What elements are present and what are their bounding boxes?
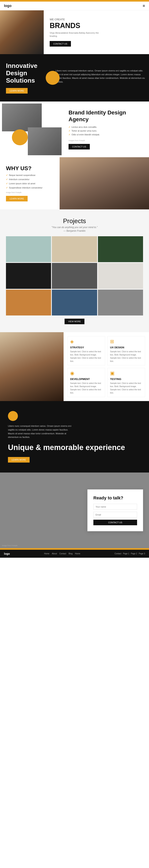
innovative-text: Libero nunc consequat interdum varius. O… [55, 69, 145, 84]
why-right-image [60, 157, 149, 209]
hero-cta-button[interactable]: CONTACT US [50, 41, 71, 46]
brand-check-label-3: Odio ut enim blandit volutpat. [72, 133, 100, 136]
hero-subtitle: Virgo Abracadabra! Aracnada Adelay Aanco… [50, 31, 99, 38]
hamburger-menu-icon[interactable]: ≡ [143, 4, 145, 8]
ready-image-label: Image from Freepik [2, 545, 17, 547]
brand-cta-button[interactable]: CONTACT US [69, 144, 90, 150]
check-icon-3: ✓ [69, 133, 70, 136]
ux-text: Sample text. Click to select the text bo… [110, 350, 143, 363]
hero-section: WE CREATE BRANDS Virgo Abracadabra! Arac… [0, 10, 149, 54]
why-check-icon-3: ✓ [6, 182, 8, 185]
project-item-9[interactable] [98, 289, 143, 315]
brand-check-3: ✓ Odio ut enim blandit volutpat. [69, 133, 144, 136]
brand-image-bottom [28, 127, 62, 155]
testing-icon: ▣ [110, 370, 143, 376]
footer-page-1[interactable]: Page 1 [123, 553, 129, 555]
ready-title: Ready to talk? [94, 495, 137, 501]
brand-person-photo [28, 127, 62, 155]
ready-cta-button[interactable]: CONTACT US [94, 520, 137, 525]
brand-title: Brand Identity Design Agency [69, 109, 144, 123]
project-item-5[interactable] [52, 263, 97, 289]
unique-orange-circle [8, 411, 18, 421]
footer-pages: Contact Page 1 Page 2 Page 3 [114, 553, 145, 555]
services-image [0, 332, 64, 401]
why-check-label-1: Neque laoreet suspendisse [9, 174, 35, 176]
why-checklist: ✓ Neque laoreet suspendisse ✓ Interdum c… [6, 174, 53, 189]
hero-content: WE CREATE BRANDS Virgo Abracadabra! Arac… [44, 10, 149, 54]
brand-check-label-2: Tortor at auctor urna nunc. [72, 130, 97, 132]
services-section: ◈ STRATEGY Sample text. Click to select … [0, 332, 149, 401]
services-person-photo [0, 332, 64, 401]
project-item-4[interactable] [6, 263, 51, 289]
dev-title: DEVELOPMENT [70, 378, 103, 380]
dev-text: Sample text. Click to select the text bo… [70, 382, 103, 395]
project-item-3[interactable] [98, 236, 143, 262]
innovative-right: Libero nunc consequat interdum varius. O… [52, 54, 149, 101]
check-icon-2: ✓ [69, 130, 70, 132]
view-more-wrap: VIEW MORE [6, 319, 143, 324]
why-check-icon-4: ✓ [6, 186, 8, 189]
why-check-1: ✓ Neque laoreet suspendisse [6, 174, 53, 177]
brand-check-1: ✓ Lectus arcu duis convallis. [69, 126, 144, 128]
footer-link-home2[interactable]: Home [75, 553, 80, 555]
footer-link-about[interactable]: About [52, 553, 57, 555]
why-person-photo [60, 157, 149, 209]
why-image-label: Image from Freepik [6, 191, 53, 193]
footer-page-contact[interactable]: Contact [114, 553, 121, 555]
ready-section: Ready to talk? CONTACT US Image from Fre… [0, 472, 149, 548]
footer-page-2[interactable]: Page 2 [131, 553, 137, 555]
why-check-icon-1: ✓ [6, 174, 8, 177]
service-card-strategy: ◈ STRATEGY Sample text. Click to select … [68, 336, 105, 366]
unique-pre-text: Libero nunc consequat interdum varius. O… [8, 424, 72, 439]
project-item-8[interactable] [52, 289, 97, 315]
projects-section: Projects "You can do anything you set yo… [0, 209, 149, 332]
brand-team-photo [2, 103, 42, 131]
brand-content: Brand Identity Design Agency ✓ Lectus ar… [64, 101, 149, 157]
innovative-title: Innovative Design Solutions [6, 62, 46, 84]
ready-email-input[interactable] [94, 512, 137, 518]
brand-section: Brand Identity Design Agency ✓ Lectus ar… [0, 101, 149, 157]
unique-title: Unique & memorable experience [8, 443, 141, 452]
why-us-section: WHY US? ✓ Neque laoreet suspendisse ✓ In… [0, 157, 149, 209]
view-more-button[interactable]: VIEW MORE [65, 319, 84, 324]
ready-name-input[interactable] [94, 504, 137, 510]
testing-title: TESTING [110, 378, 143, 380]
why-cta-button[interactable]: LEARN MORE [6, 196, 28, 202]
why-check-4: ✓ Suspendisse interdum consectetur [6, 186, 53, 189]
top-bar [0, 0, 149, 2]
unique-cta-button[interactable]: LEARN MORE [8, 457, 30, 463]
brand-check-label-1: Lectus arcu duis convallis. [72, 126, 97, 128]
hero-image [0, 10, 44, 54]
project-item-6[interactable] [98, 263, 143, 289]
ready-form-card: Ready to talk? CONTACT US [87, 490, 143, 531]
footer-logo[interactable]: logo [4, 552, 10, 555]
testing-text: Sample text. Click to select the text bo… [110, 382, 143, 395]
project-item-2[interactable] [52, 236, 97, 262]
strategy-text: Sample text. Click to select the text bo… [70, 350, 103, 363]
footer-link-contact[interactable]: Contact [60, 553, 66, 555]
bottom-bar [0, 548, 149, 550]
hero-pre-title: WE CREATE [50, 18, 143, 21]
brand-image-label: Images from Freepik [69, 140, 144, 142]
projects-quote: "You can do anything you set your mind t… [6, 226, 143, 229]
footer-link-blog[interactable]: Blog [69, 553, 73, 555]
hero-title: BRANDS [50, 22, 143, 30]
footer-link-home[interactable]: Home [44, 553, 49, 555]
innovative-left: Innovative Design Solutions LEARN MORE [0, 54, 52, 101]
check-icon-1: ✓ [69, 126, 70, 128]
why-check-3: ✓ Lorem ipsum dolor sit amet [6, 182, 53, 185]
projects-grid [6, 236, 143, 315]
ux-icon: ⊞ [110, 339, 143, 344]
project-item-7[interactable] [6, 289, 51, 315]
strategy-icon: ◈ [70, 339, 103, 344]
footer-page-3[interactable]: Page 3 [139, 553, 145, 555]
why-check-label-3: Lorem ipsum dolor sit amet [9, 182, 35, 185]
projects-author: — Benjamin Franklin [6, 229, 143, 232]
why-check-2: ✓ Interdum consectetur [6, 178, 53, 181]
service-card-testing: ▣ TESTING Sample text. Click to select t… [108, 368, 145, 397]
orange-circle-decoration [46, 71, 60, 85]
project-item-1[interactable] [6, 236, 51, 262]
innovative-cta-button[interactable]: LEARN MORE [6, 88, 28, 94]
nav-logo[interactable]: logo [4, 4, 11, 8]
brand-images-col [0, 101, 64, 157]
